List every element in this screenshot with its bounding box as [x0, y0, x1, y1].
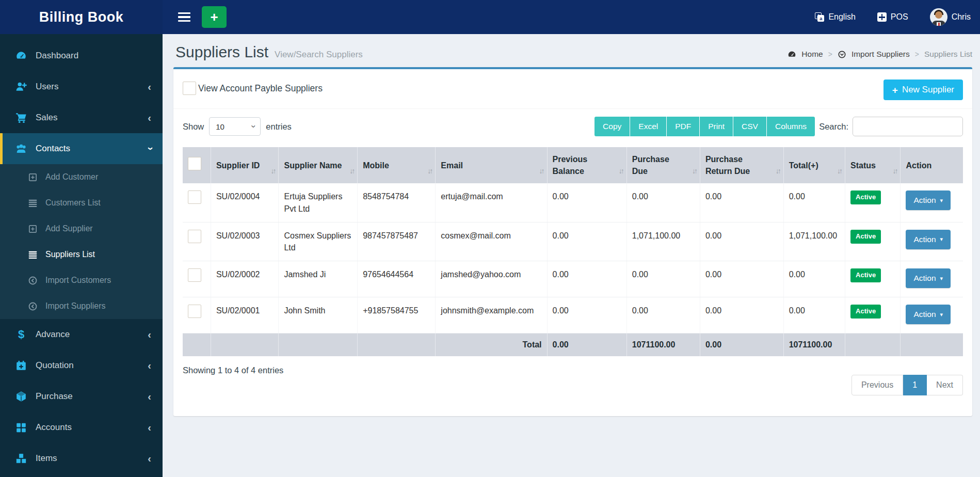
pos-button[interactable]: POS [877, 12, 908, 22]
excel-button[interactable]: Excel [630, 117, 667, 136]
sidebar-item-sales[interactable]: Sales ‹ [0, 102, 163, 133]
panel-filter-section: View Account Payble Suppliers + New Supp… [173, 69, 972, 109]
sidebar-item-label: Accounts [36, 422, 72, 433]
row-checkbox[interactable] [188, 268, 201, 282]
column-header-purchase-return-due[interactable]: Purchase Return Due↓↑ [700, 147, 783, 183]
new-supplier-button[interactable]: + New Supplier [883, 80, 963, 100]
column-header-supplier-id[interactable]: Supplier ID↓↑ [211, 147, 279, 183]
sidebar-item-import-suppliers[interactable]: Import Suppliers [0, 293, 163, 319]
print-button[interactable]: Print [700, 117, 733, 136]
breadcrumb-home[interactable]: Home [801, 50, 823, 59]
sidebar-item-label: Suppliers List [45, 250, 95, 259]
content-header: Suppliers List View/Search Suppliers Hom… [163, 34, 980, 66]
sidebar-item-suppliers-list[interactable]: Suppliers List [0, 242, 163, 267]
copy-button[interactable]: Copy [595, 117, 630, 136]
cell-purchase-return-due: 0.00 [700, 222, 783, 261]
pdf-button[interactable]: PDF [667, 117, 700, 136]
sidebar-item-label: Import Suppliers [45, 301, 106, 311]
show-label: Show [183, 122, 204, 132]
sidebar-item-import-customers[interactable]: Import Customers [0, 267, 163, 293]
suppliers-table-wrap: Supplier ID↓↑ Supplier Name↓↑ Mobile↓↑ E… [173, 144, 972, 356]
cell-mobile: +91857584755 [358, 297, 436, 333]
arrow-circle-icon [27, 275, 38, 285]
sidebar-item-purchase[interactable]: Purchase ‹ [0, 381, 163, 412]
row-checkbox[interactable] [188, 230, 201, 243]
caret-down-icon: ▾ [940, 236, 943, 243]
pagination-next-button[interactable]: Next [927, 375, 963, 395]
suppliers-table: Supplier ID↓↑ Supplier Name↓↑ Mobile↓↑ E… [183, 147, 963, 356]
sort-icon: ↓↑ [776, 166, 780, 176]
translate-icon: Aa [815, 12, 824, 22]
cell-supplier-id: SU/02/0002 [211, 261, 279, 297]
grid-icon [15, 422, 27, 433]
csv-button[interactable]: CSV [733, 117, 767, 136]
sidebar-item-items[interactable]: Items ‹ [0, 443, 163, 474]
list-icon [27, 249, 38, 260]
column-header-total[interactable]: Total(+)↓↑ [783, 147, 845, 183]
username-label: Chris [952, 12, 971, 22]
column-header-supplier-name[interactable]: Supplier Name↓↑ [279, 147, 358, 183]
column-header-purchase-due[interactable]: Purchase Due↓↑ [626, 147, 700, 183]
action-dropdown-button[interactable]: Action▾ [906, 305, 951, 324]
column-header-previous-balance[interactable]: Previous Balance↓↑ [547, 147, 626, 183]
language-menu[interactable]: Aa English [815, 12, 855, 22]
sidebar-item-accounts[interactable]: Accounts ‹ [0, 412, 163, 443]
sidebar-item-advance[interactable]: $ Advance ‹ [0, 319, 163, 350]
status-badge: Active [850, 305, 881, 319]
brand-logo[interactable]: Billing Book [0, 0, 163, 34]
sidebar-item-add-supplier[interactable]: Add Supplier [0, 216, 163, 242]
action-dropdown-button[interactable]: Action▾ [906, 268, 951, 288]
sidebar-item-add-customer[interactable]: Add Customer [0, 164, 163, 190]
column-header-status[interactable]: Status↓↑ [845, 147, 901, 183]
sidebar-toggle-icon[interactable] [178, 12, 190, 22]
cell-email: cosmex@mail.com [436, 222, 547, 261]
breadcrumb-import-suppliers[interactable]: Import Suppliers [852, 50, 910, 59]
sidebar-item-label: Customers List [45, 198, 101, 208]
row-checkbox[interactable] [188, 305, 201, 318]
sort-icon: ↓↑ [539, 166, 543, 176]
cell-purchase-due: 1,071,100.00 [626, 222, 700, 261]
cell-supplier-id: SU/02/0001 [211, 297, 279, 333]
users-group-icon [15, 143, 27, 154]
top-navbar: Billing Book + Aa English POS Chris [0, 0, 980, 34]
row-checkbox[interactable] [188, 190, 201, 204]
action-dropdown-button[interactable]: Action▾ [906, 230, 951, 249]
cell-supplier-name: John Smith [279, 297, 358, 333]
sidebar-item-customers-list[interactable]: Customers List [0, 190, 163, 216]
list-icon [27, 198, 38, 208]
cell-supplier-name: Cosmex Suppliers Ltd [279, 222, 358, 261]
pagination-page-1-button[interactable]: 1 [903, 375, 927, 395]
search-input[interactable] [853, 117, 963, 136]
cell-mobile: 8548754784 [358, 183, 436, 222]
cell-supplier-id: SU/02/0004 [211, 183, 279, 222]
status-badge: Active [850, 268, 881, 282]
sidebar-item-dashboard[interactable]: Dashboard [0, 40, 163, 71]
sidebar-item-stock[interactable]: Stock ‹ [0, 474, 163, 477]
dashboard-gauge-icon [15, 50, 27, 61]
sort-icon: ↓↑ [892, 166, 896, 176]
column-header-mobile[interactable]: Mobile↓↑ [358, 147, 436, 183]
search-label: Search: [819, 122, 848, 132]
action-dropdown-button[interactable]: Action▾ [906, 190, 951, 210]
table-footer: Showing 1 to 4 of 4 entries Previous 1 N… [173, 356, 972, 408]
select-all-checkbox[interactable] [188, 157, 201, 170]
cell-email: jamshed@yahoo.com [436, 261, 547, 297]
cell-supplier-name: Ertuja Suppliers Pvt Ltd [279, 183, 358, 222]
user-menu[interactable]: Chris [930, 8, 971, 26]
sidebar-item-contacts[interactable]: Contacts ‹ [0, 133, 163, 164]
page-size-select[interactable]: 10 ‹ [209, 117, 261, 136]
total-purchase-due: 1071100.00 [626, 333, 700, 357]
sidebar-item-users[interactable]: Users ‹ [0, 71, 163, 102]
sort-icon: ↓↑ [270, 166, 275, 176]
caret-down-icon: ▾ [940, 275, 943, 282]
column-header-email[interactable]: Email↓↑ [436, 147, 547, 183]
sidebar-item-quotation[interactable]: Quotation ‹ [0, 350, 163, 381]
columns-button[interactable]: Columns [767, 117, 815, 136]
sort-icon: ↓↑ [837, 166, 841, 176]
view-account-payble-checkbox[interactable] [183, 82, 196, 95]
table-row: SU/02/0002 Jamshed Ji 97654644564 jamshe… [183, 261, 963, 297]
user-plus-icon [15, 81, 27, 92]
quick-add-button[interactable]: + [202, 6, 227, 28]
pagination-previous-button[interactable]: Previous [852, 375, 903, 395]
cell-email: johnsmith@example.com [436, 297, 547, 333]
